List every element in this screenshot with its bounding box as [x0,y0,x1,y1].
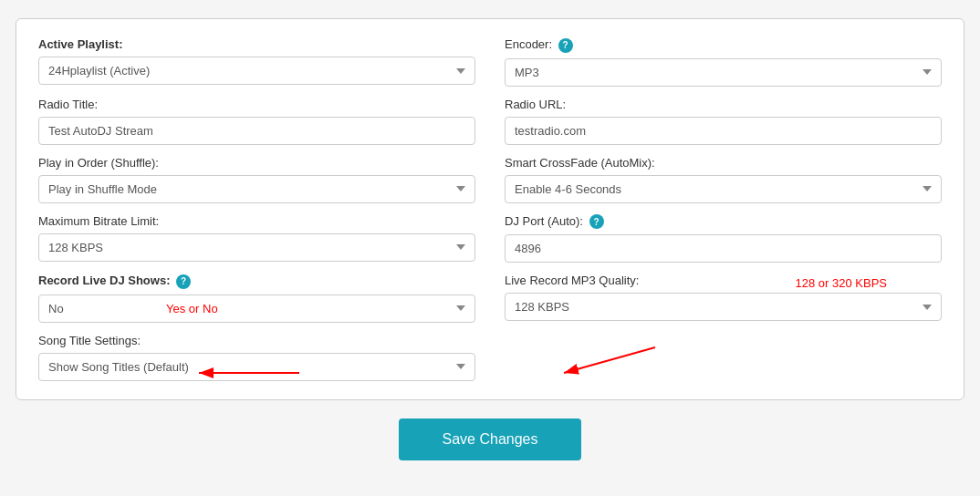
radio-url-label: Radio URL: [505,98,942,111]
encoder-group: Encoder: ? MP3 [505,37,942,87]
encoder-label: Encoder: ? [505,37,942,53]
live-record-label: Live Record MP3 Quality: [505,274,942,287]
dj-port-input [505,234,942,263]
record-live-annotation-container: No Yes or No [38,294,475,323]
record-live-group: Record Live DJ Shows: ? No Yes or No [38,274,475,323]
record-live-help-icon[interactable]: ? [176,274,191,289]
smart-crossfade-label: Smart CrossFade (AutoMix): [505,156,942,170]
encoder-select[interactable]: MP3 [505,58,942,87]
record-live-label: Record Live DJ Shows: ? [38,274,475,289]
dj-port-group: DJ Port (Auto): ? [505,214,942,264]
radio-title-group: Radio Title: [38,98,475,145]
live-record-select[interactable]: 128 KBPS [505,293,942,321]
active-playlist-label: Active Playlist: [38,37,475,51]
play-order-select[interactable]: Play in Shuffle Mode [38,175,475,203]
dj-port-help-icon[interactable]: ? [589,214,604,229]
play-order-group: Play in Order (Shuffle): Play in Shuffle… [38,156,475,203]
empty-cell [505,334,942,381]
song-title-label: Song Title Settings: [38,334,475,347]
radio-title-input[interactable] [38,117,475,145]
save-changes-container: Save Changes [399,418,582,460]
record-live-select[interactable]: No [38,294,475,323]
song-title-group: Song Title Settings: Show Song Titles (D… [38,334,475,381]
max-bitrate-label: Maximum Bitrate Limit: [38,214,475,228]
form-grid: Active Playlist: 24Hplaylist (Active) En… [38,37,942,381]
smart-crossfade-select[interactable]: Enable 4-6 Seconds [505,175,942,203]
settings-card: Active Playlist: 24Hplaylist (Active) En… [16,18,964,400]
radio-title-label: Radio Title: [38,98,475,111]
active-playlist-group: Active Playlist: 24Hplaylist (Active) [38,37,475,87]
smart-crossfade-group: Smart CrossFade (AutoMix): Enable 4-6 Se… [505,156,942,203]
dj-port-label: DJ Port (Auto): ? [505,214,942,230]
max-bitrate-group: Maximum Bitrate Limit: 128 KBPS [38,214,475,264]
live-record-group: Live Record MP3 Quality: 128 or 320 KBPS… [505,274,942,323]
live-record-annotation-container: 128 or 320 KBPS 128 KBPS [505,293,942,321]
active-playlist-select[interactable]: 24Hplaylist (Active) [38,57,475,85]
encoder-help-icon[interactable]: ? [558,38,573,53]
song-title-select[interactable]: Show Song Titles (Default) [38,353,475,381]
max-bitrate-select[interactable]: 128 KBPS [38,233,475,262]
save-changes-button[interactable]: Save Changes [399,418,582,460]
radio-url-group: Radio URL: [505,98,942,145]
radio-url-input[interactable] [505,117,942,145]
play-order-label: Play in Order (Shuffle): [38,156,475,170]
